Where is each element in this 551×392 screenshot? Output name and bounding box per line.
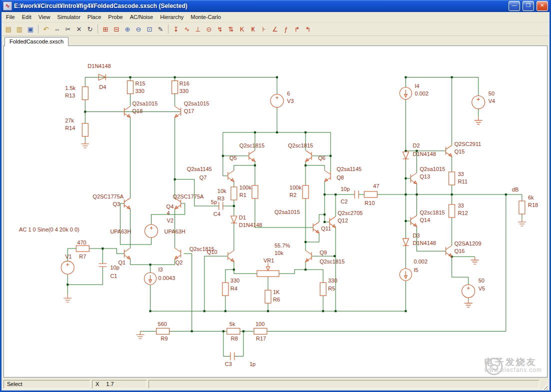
component-r14[interactable] (82, 124, 88, 136)
import-icon[interactable]: ▥ (14, 24, 25, 34)
component-r2[interactable] (302, 186, 308, 198)
probe-clock-icon[interactable]: ⊙ (204, 24, 214, 34)
probe-out-icon[interactable]: ↰ (302, 24, 314, 34)
probe-diff-icon[interactable]: ⇅ (226, 24, 236, 34)
annotate-icon[interactable]: ✎ (155, 24, 166, 34)
probe-power-icon[interactable]: ↯ (214, 24, 226, 34)
delete-icon[interactable]: ✕ (74, 24, 84, 34)
component-r3[interactable] (231, 187, 237, 200)
cut-icon[interactable]: ✂ (62, 24, 74, 34)
zoom-in-icon[interactable]: ⊕ (122, 24, 133, 34)
component-r9[interactable] (156, 328, 170, 334)
minimize-button[interactable]: — (508, 1, 520, 11)
menu-probe[interactable]: Probe (104, 12, 126, 22)
zoom-area-icon[interactable]: ⊡ (144, 24, 155, 34)
component-r13[interactable] (82, 87, 88, 100)
ground-v5[interactable] (464, 300, 472, 307)
probe-phase-icon[interactable]: ∠ (270, 24, 280, 34)
maximize-button[interactable]: ❐ (522, 1, 534, 11)
component-v1[interactable] (61, 261, 74, 274)
wires-input-bottom[interactable] (68, 204, 506, 356)
component-r11[interactable] (449, 172, 455, 185)
rotate-icon[interactable]: ↻ (84, 24, 96, 34)
component-r5[interactable] (320, 282, 326, 296)
component-v5[interactable] (462, 284, 475, 298)
save-icon[interactable]: ▣ (25, 24, 36, 34)
menu-ac-noise[interactable]: AC/Noise (126, 12, 156, 22)
component-q9[interactable] (306, 250, 312, 262)
place-wire-icon[interactable]: ⊞ (100, 24, 111, 34)
component-q3[interactable] (124, 198, 130, 209)
component-v2[interactable] (145, 224, 158, 238)
component-v4[interactable] (472, 96, 485, 109)
probe-voltage-icon[interactable]: ↧ (170, 24, 182, 34)
component-c2[interactable] (354, 190, 358, 198)
probe-ac-icon[interactable]: ∿ (182, 24, 192, 34)
menu-place[interactable]: Place (84, 12, 105, 22)
component-r1[interactable] (252, 186, 258, 198)
component-d3[interactable] (402, 238, 408, 246)
menu-simulator[interactable]: Simulator (54, 12, 84, 22)
component-r4[interactable] (222, 282, 228, 296)
component-i3[interactable] (144, 272, 156, 284)
component-q8[interactable] (324, 170, 330, 182)
component-q14[interactable] (410, 216, 416, 226)
component-c3[interactable] (230, 352, 234, 360)
probe-in-icon[interactable]: ↱ (292, 24, 302, 34)
ground-q16[interactable] (471, 256, 479, 264)
component-v3[interactable] (270, 94, 284, 108)
component-c1[interactable] (98, 264, 106, 266)
component-q15[interactable] (446, 146, 452, 156)
component-q10[interactable] (228, 250, 234, 262)
component-r12[interactable] (449, 204, 455, 218)
undo-icon[interactable]: ↶ (40, 24, 52, 34)
probe-gain-icon[interactable]: K (236, 24, 248, 34)
component-i4[interactable] (400, 88, 412, 100)
probe-ground-icon[interactable]: ⊥ (192, 24, 204, 34)
probe-function-icon[interactable]: ƒ (280, 24, 292, 34)
component-d2[interactable] (402, 152, 408, 159)
component-q4[interactable] (175, 198, 181, 209)
ground-v4[interactable] (474, 117, 482, 124)
ground-r14[interactable] (81, 140, 89, 148)
ground-r18[interactable] (518, 218, 526, 226)
component-vr1[interactable] (257, 263, 279, 276)
ground-v1[interactable] (64, 294, 72, 302)
component-q5[interactable] (249, 150, 255, 162)
component-r6[interactable] (265, 290, 271, 303)
menu-monte-carlo[interactable]: Monte-Carlo (187, 12, 224, 22)
fit-view-icon[interactable]: ⇔ (52, 24, 62, 34)
component-r7[interactable] (76, 246, 89, 252)
component-i5[interactable] (400, 268, 412, 280)
component-q2[interactable] (175, 248, 181, 259)
place-bus-icon[interactable]: ⊟ (111, 24, 122, 34)
component-d1[interactable] (231, 216, 237, 223)
menu-view[interactable]: View (35, 12, 54, 22)
component-q11[interactable] (313, 222, 319, 233)
schematic-drawing[interactable]: D1N4148 D4 1.5k R13 27k R14 R15 330 R16 … (4, 46, 548, 378)
menu-hierarchy[interactable]: Hierarchy (156, 12, 187, 22)
component-c4[interactable] (219, 202, 223, 210)
wires-output[interactable] (324, 77, 522, 331)
component-r10[interactable] (364, 192, 377, 198)
component-r17[interactable] (254, 328, 267, 334)
open-icon[interactable]: ▤ (3, 24, 14, 34)
wire-network[interactable] (68, 77, 522, 356)
component-r15[interactable] (127, 81, 133, 94)
probe-impedance-icon[interactable]: ⊦ (258, 24, 270, 34)
component-q13[interactable] (410, 173, 416, 184)
component-q6[interactable] (306, 150, 312, 162)
zoom-out-icon[interactable]: ⊖ (133, 24, 144, 34)
menu-file[interactable]: File (2, 12, 18, 22)
menu-edit[interactable]: Edit (18, 12, 35, 22)
component-r18[interactable] (519, 201, 525, 214)
resize-grip[interactable] (541, 383, 548, 390)
tab-foldedcascode[interactable]: FoldedCascode.sxsch (4, 37, 68, 46)
ground-bottom-left[interactable] (136, 331, 144, 338)
close-button[interactable]: ✕ (536, 1, 548, 11)
component-r16[interactable] (172, 81, 178, 94)
component-r8[interactable] (227, 328, 240, 334)
schematic-canvas[interactable]: D1N4148 D4 1.5k R13 27k R14 R15 330 R16 … (4, 46, 548, 378)
component-q1[interactable] (124, 248, 130, 259)
component-q16[interactable] (446, 246, 452, 256)
